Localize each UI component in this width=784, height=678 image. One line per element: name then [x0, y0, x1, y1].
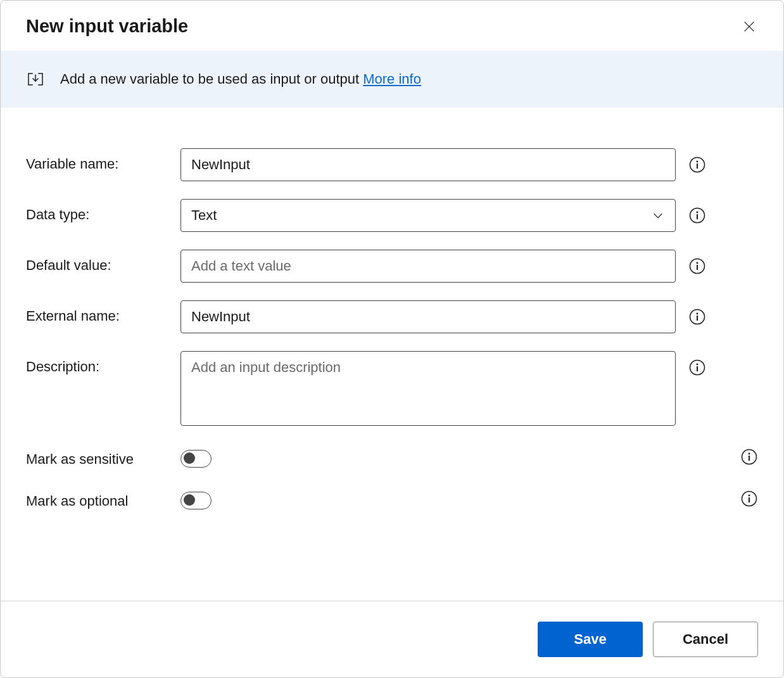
- info-icon-variable-name[interactable]: [688, 156, 706, 174]
- svg-point-10: [697, 313, 699, 315]
- label-description: Description:: [26, 351, 180, 375]
- form-area: Variable name: Data type: Text: [1, 108, 783, 601]
- more-info-link[interactable]: More info: [363, 71, 421, 87]
- row-description: Description:: [26, 351, 758, 426]
- label-variable-name: Variable name:: [26, 148, 180, 172]
- toggle-thumb: [184, 494, 195, 506]
- row-default-value: Default value:: [26, 250, 758, 283]
- save-button[interactable]: Save: [538, 622, 643, 657]
- row-external-name: External name:: [26, 300, 758, 333]
- banner-text: Add a new variable to be used as input o…: [60, 71, 363, 87]
- data-type-select[interactable]: Text: [180, 199, 676, 232]
- row-variable-name: Variable name:: [26, 148, 758, 181]
- row-data-type: Data type: Text: [26, 199, 758, 232]
- banner-text-wrap: Add a new variable to be used as input o…: [60, 71, 421, 87]
- input-variable-icon: [26, 70, 45, 89]
- svg-point-19: [749, 495, 750, 497]
- toggle-thumb: [184, 452, 195, 464]
- cancel-button[interactable]: Cancel: [653, 622, 758, 657]
- dialog-footer: Save Cancel: [1, 601, 783, 677]
- svg-rect-20: [749, 497, 750, 502]
- mark-optional-toggle[interactable]: [180, 492, 212, 509]
- close-button[interactable]: [740, 18, 758, 35]
- svg-rect-11: [697, 316, 698, 321]
- svg-point-4: [697, 212, 699, 214]
- variable-name-input[interactable]: [180, 148, 676, 181]
- dialog-title: New input variable: [26, 16, 188, 37]
- info-icon-mark-sensitive[interactable]: [740, 448, 758, 466]
- svg-rect-5: [697, 214, 698, 219]
- svg-rect-2: [697, 163, 698, 169]
- svg-point-1: [697, 161, 699, 163]
- info-icon-default-value[interactable]: [688, 257, 706, 275]
- svg-point-16: [749, 453, 750, 455]
- svg-rect-17: [749, 456, 750, 461]
- dialog-header: New input variable: [1, 1, 783, 51]
- info-icon-mark-optional[interactable]: [740, 490, 758, 508]
- info-banner: Add a new variable to be used as input o…: [1, 51, 783, 108]
- label-mark-sensitive: Mark as sensitive: [26, 444, 180, 468]
- default-value-input[interactable]: [180, 250, 676, 283]
- svg-point-13: [697, 364, 699, 366]
- label-external-name: External name:: [26, 300, 180, 324]
- info-icon-description[interactable]: [688, 359, 706, 376]
- close-icon: [742, 20, 756, 34]
- svg-point-7: [697, 262, 699, 264]
- label-data-type: Data type:: [26, 199, 180, 223]
- row-mark-sensitive: Mark as sensitive: [26, 444, 758, 468]
- info-icon-data-type[interactable]: [688, 207, 706, 224]
- svg-rect-8: [697, 265, 698, 270]
- data-type-value: Text: [191, 207, 217, 224]
- label-default-value: Default value:: [26, 250, 180, 274]
- svg-rect-14: [697, 366, 698, 371]
- external-name-input[interactable]: [180, 300, 676, 333]
- label-mark-optional: Mark as optional: [26, 485, 180, 509]
- info-icon-external-name[interactable]: [688, 308, 706, 326]
- mark-sensitive-toggle[interactable]: [180, 450, 212, 468]
- row-mark-optional: Mark as optional: [26, 485, 758, 509]
- description-input[interactable]: [180, 351, 676, 426]
- chevron-down-icon: [651, 208, 665, 222]
